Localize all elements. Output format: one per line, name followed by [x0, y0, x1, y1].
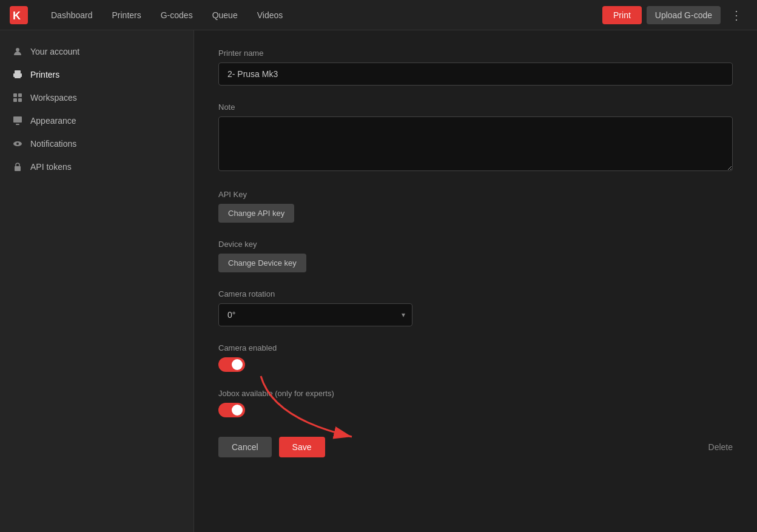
svg-rect-8	[18, 93, 22, 97]
sidebar: Your account Printers	[0, 30, 194, 532]
note-section: Note	[218, 103, 733, 173]
camera-enabled-toggle-wrap	[218, 357, 733, 372]
appearance-icon	[12, 115, 23, 126]
sidebar-label-notifications: Notifications	[30, 139, 76, 149]
lock-icon	[12, 161, 23, 172]
api-key-label: API Key	[218, 190, 733, 199]
camera-enabled-label: Camera enabled	[218, 343, 733, 352]
camera-enabled-toggle[interactable]	[218, 357, 245, 372]
sidebar-item-appearance[interactable]: Appearance	[0, 109, 193, 132]
printer-icon	[12, 69, 23, 80]
upload-gcode-button[interactable]: Upload G-code	[647, 6, 721, 24]
device-key-section: Device key Change Device key	[218, 240, 733, 272]
sidebar-item-printers[interactable]: Printers	[0, 63, 193, 86]
topnav-actions: Print Upload G-code ⋮	[602, 5, 747, 25]
sidebar-item-workspaces[interactable]: Workspaces	[0, 86, 193, 109]
sidebar-item-your-account[interactable]: Your account	[0, 40, 193, 63]
delete-button[interactable]: Delete	[708, 442, 733, 452]
change-device-key-button[interactable]: Change Device key	[218, 254, 306, 272]
topnav-links: Dashboard Printers G-codes Queue Videos	[42, 7, 597, 24]
printer-name-section: Printer name	[218, 49, 733, 86]
nav-dashboard[interactable]: Dashboard	[42, 7, 101, 24]
nav-videos[interactable]: Videos	[249, 7, 292, 24]
svg-rect-12	[16, 124, 19, 125]
app-logo[interactable]: K	[10, 6, 28, 24]
device-key-label: Device key	[218, 240, 733, 249]
printer-name-input[interactable]	[218, 62, 733, 86]
workspaces-icon	[12, 92, 23, 103]
jobox-section: Jobox available (only for experts)	[218, 389, 733, 417]
sidebar-item-api-tokens[interactable]: API tokens	[0, 155, 193, 178]
topnav: K Dashboard Printers G-codes Queue Video…	[0, 0, 757, 30]
sidebar-item-notifications[interactable]: Notifications	[0, 132, 193, 155]
camera-rotation-select[interactable]: 0° 90° 180° 270°	[218, 303, 412, 326]
form-actions: Cancel Save Delete	[218, 437, 733, 457]
camera-rotation-section: Camera rotation 0° 90° 180° 270° ▾	[218, 289, 733, 326]
svg-point-14	[16, 143, 19, 145]
jobox-label: Jobox available (only for experts)	[218, 389, 733, 398]
svg-rect-9	[13, 98, 17, 102]
camera-enabled-section: Camera enabled	[218, 343, 733, 372]
svg-rect-11	[13, 116, 22, 123]
svg-rect-15	[15, 166, 21, 171]
sidebar-label-printers: Printers	[30, 70, 59, 79]
main-content: Printer name Note API Key Change API key…	[194, 30, 757, 532]
svg-text:K: K	[13, 10, 21, 22]
svg-rect-3	[15, 70, 21, 73]
layout: Your account Printers	[0, 30, 757, 532]
printer-name-label: Printer name	[218, 49, 733, 58]
svg-point-2	[16, 48, 19, 52]
api-key-section: API Key Change API key	[218, 190, 733, 223]
nav-queue[interactable]: Queue	[204, 7, 246, 24]
print-button[interactable]: Print	[602, 6, 642, 24]
camera-rotation-label: Camera rotation	[218, 289, 733, 298]
sidebar-label-api-tokens: API tokens	[30, 162, 72, 172]
svg-point-6	[19, 75, 21, 76]
svg-rect-10	[18, 98, 22, 102]
svg-rect-5	[15, 76, 21, 78]
change-api-key-button[interactable]: Change API key	[218, 204, 294, 223]
cancel-button[interactable]: Cancel	[218, 437, 272, 457]
jobox-toggle-wrap	[218, 403, 733, 417]
svg-rect-7	[13, 93, 17, 97]
sidebar-label-your-account: Your account	[30, 47, 79, 56]
nav-gcodes[interactable]: G-codes	[152, 7, 201, 24]
sidebar-label-appearance: Appearance	[30, 116, 76, 126]
camera-rotation-select-wrapper: 0° 90° 180° 270° ▾	[218, 303, 412, 326]
person-icon	[12, 46, 23, 57]
note-label: Note	[218, 103, 733, 112]
nav-printers[interactable]: Printers	[104, 7, 150, 24]
jobox-toggle[interactable]	[218, 403, 245, 417]
save-button[interactable]: Save	[279, 437, 325, 457]
more-menu-button[interactable]: ⋮	[725, 5, 747, 25]
eye-icon	[12, 138, 23, 149]
sidebar-label-workspaces: Workspaces	[30, 93, 77, 103]
note-input[interactable]	[218, 116, 733, 171]
